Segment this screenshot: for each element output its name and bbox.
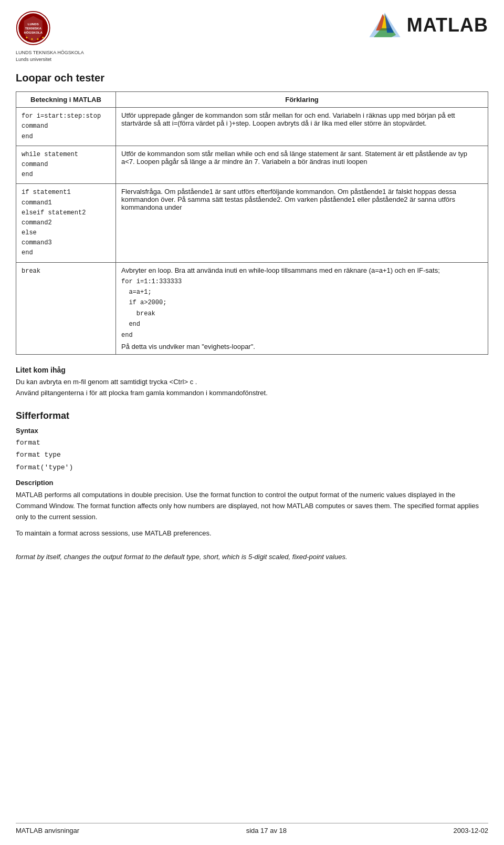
lth-text: LUNDS TEKNISKA HÖGSKOLA Lunds universite… (16, 49, 84, 63)
syntax-code: format format type format('type') (16, 437, 488, 473)
table-row: if statement1 command1 elseif statement2… (16, 184, 488, 262)
note-title: Litet kom ihåg (16, 364, 488, 376)
if-code: if statement1 command1 elseif statement2… (16, 184, 116, 262)
break-description: Avbryter en loop. Bra att använda inuti … (116, 262, 488, 354)
page-footer: MATLAB anvisningar sida 17 av 18 2003-12… (16, 823, 488, 834)
table-header-beteckning: Beteckning i MATLAB (16, 92, 116, 108)
main-table: Beteckning i MATLAB Förklaring for i=sta… (16, 91, 488, 355)
svg-text:HÖGSKOLA: HÖGSKOLA (24, 30, 43, 34)
matlab-logo-area: MATLAB (369, 11, 488, 39)
while-loop-description: Utför de kommandon som står mellan while… (116, 146, 488, 184)
desc-text-3: format by itself, changes the output for… (16, 552, 488, 563)
svg-text:TEKNISKA: TEKNISKA (25, 26, 42, 30)
svg-text:✦: ✦ (30, 37, 34, 41)
sifferformat-title: Sifferformat (16, 410, 488, 421)
svg-text:✦: ✦ (36, 37, 39, 41)
table-header-forklaring: Förklaring (116, 92, 488, 108)
footer-right: 2003-12-02 (454, 827, 489, 834)
svg-text:✦: ✦ (41, 36, 45, 39)
note-line1: Du kan avbryta en m-fil genom att samtid… (16, 377, 488, 388)
syntax-label: Syntax (16, 427, 488, 435)
page-title: Loopar och tester (16, 72, 488, 84)
desc-label: Description (16, 479, 488, 487)
matlab-title: MATLAB (407, 14, 488, 36)
note-line2: Använd piltangenterna i för att plocka f… (16, 388, 488, 399)
matlab-logo-icon (369, 11, 401, 39)
note-section: Litet kom ihåg Du kan avbryta en m-fil g… (16, 364, 488, 399)
desc-text-1: MATLAB performs all computations in doub… (16, 490, 488, 522)
footer-center: sida 17 av 18 (246, 827, 287, 834)
table-row: while statement command end Utför de kom… (16, 146, 488, 184)
if-description: Flervalsfråga. Om påstående1 är sant utf… (116, 184, 488, 262)
while-loop-code: while statement command end (16, 146, 116, 184)
sifferformat-section: Sifferformat Syntax format format type f… (16, 410, 488, 563)
lth-logo-area: LUNDS TEKNISKA HÖGSKOLA ✦ ✦ ✦ ✦ LUNDS TE… (16, 11, 84, 63)
desc-text-2: To maintain a format across sessions, us… (16, 528, 488, 539)
svg-text:LUNDS: LUNDS (28, 22, 39, 26)
svg-text:✦: ✦ (25, 36, 28, 39)
lth-shield-icon: LUNDS TEKNISKA HÖGSKOLA ✦ ✦ ✦ ✦ (16, 11, 52, 47)
page-header: LUNDS TEKNISKA HÖGSKOLA ✦ ✦ ✦ ✦ LUNDS TE… (16, 11, 488, 63)
table-row: break Avbryter en loop. Bra att använda … (16, 262, 488, 354)
break-code: break (16, 262, 116, 354)
footer-left: MATLAB anvisningar (16, 827, 79, 834)
for-loop-description: Utför upprepade gånger de kommandon som … (116, 108, 488, 146)
for-loop-code: for i=start:step:stop command end (16, 108, 116, 146)
table-row: for i=start:step:stop command end Utför … (16, 108, 488, 146)
